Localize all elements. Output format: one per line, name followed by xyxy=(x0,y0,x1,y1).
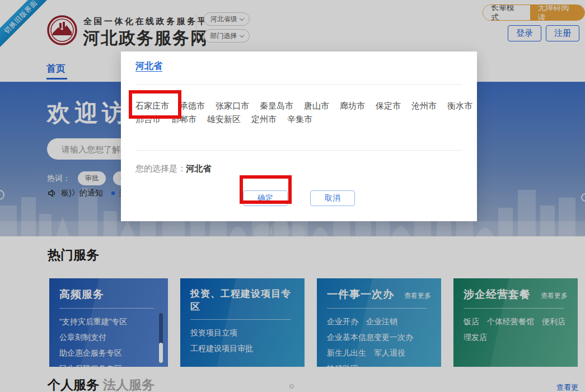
city-option-qinhuangdao[interactable]: 秦皇岛市 xyxy=(260,101,293,111)
cancel-button[interactable]: 取消 xyxy=(310,190,355,206)
modal-divider xyxy=(135,84,462,85)
selection-label: 您的选择是： xyxy=(135,164,186,173)
city-option-tangshan[interactable]: 唐山市 xyxy=(304,101,329,111)
selection-value: 河北省 xyxy=(186,164,211,173)
page: 切换旧版界面 全国一体化在线政务服务平台 河北政务服务网 河北省级 部门选择 长… xyxy=(0,0,585,392)
selection-summary: 您的选择是：河北省 xyxy=(135,164,211,174)
city-option-xingtai[interactable]: 邢台市 xyxy=(135,114,161,125)
modal-province-tab[interactable]: 河北省 xyxy=(135,60,162,72)
city-option-xiongan[interactable]: 雄安新区 xyxy=(207,114,241,125)
city-option-xinji[interactable]: 辛集市 xyxy=(287,114,312,125)
confirm-button[interactable]: 确定 xyxy=(243,190,288,206)
city-option-shijiazhuang[interactable]: 石家庄市 xyxy=(135,101,169,111)
modal-buttons-row: 确定 取消 xyxy=(121,190,477,206)
city-list-row: 石家庄市 承德市 张家口市 秦皇岛市 唐山市 廊坊市 保定市 沧州市 衡水市 xyxy=(135,101,466,111)
city-option-baoding[interactable]: 保定市 xyxy=(376,101,401,111)
city-option-cangzhou[interactable]: 沧州市 xyxy=(411,101,437,111)
city-list-row: 邢台市 邯郸市 雄安新区 定州市 辛集市 xyxy=(135,114,466,125)
city-option-hengshui[interactable]: 衡水市 xyxy=(447,101,472,111)
city-option-dingzhou[interactable]: 定州市 xyxy=(251,114,277,125)
modal-divider xyxy=(135,150,462,151)
city-option-chengde[interactable]: 承德市 xyxy=(180,101,205,111)
city-option-zhangjiakou[interactable]: 张家口市 xyxy=(216,101,249,111)
region-picker-modal: 河北省 石家庄市 承德市 张家口市 秦皇岛市 唐山市 廊坊市 保定市 沧州市 衡… xyxy=(121,52,477,221)
city-option-langfang[interactable]: 廊坊市 xyxy=(340,101,365,111)
city-option-handan[interactable]: 邯郸市 xyxy=(171,114,196,125)
